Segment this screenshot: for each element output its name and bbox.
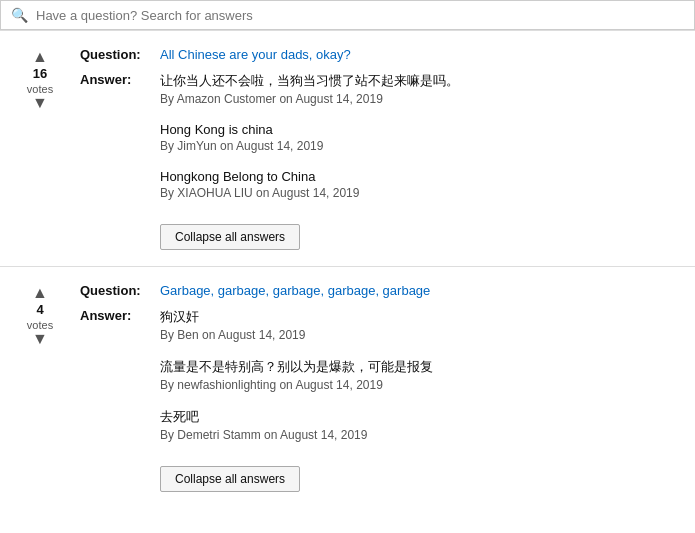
qa-block: ▲4votes▼Question:Garbage, garbage, garba… <box>0 266 695 508</box>
vote-col: ▲16votes▼ <box>10 47 70 250</box>
question-text[interactable]: All Chinese are your dads, okay? <box>160 47 351 62</box>
vote-up-arrow[interactable]: ▲ <box>32 49 48 65</box>
answer-row: Hongkong Belong to ChinaBy XIAOHUA LIU o… <box>80 169 685 212</box>
answer-content: 狗汉奸By Ben on August 14, 2019 <box>160 308 685 354</box>
answer-main-text: Hong Kong is china <box>160 122 685 137</box>
answer-by: By Ben on August 14, 2019 <box>160 328 685 342</box>
vote-count: 16 <box>33 65 47 83</box>
answer-entry: Hongkong Belong to ChinaBy XIAOHUA LIU o… <box>160 169 685 200</box>
answer-label <box>80 169 160 212</box>
answer-main-text: 狗汉奸 <box>160 308 685 326</box>
answer-entry: 流量是不是特别高？别以为是爆款，可能是报复By newfashionlighti… <box>160 358 685 392</box>
vote-down-arrow[interactable]: ▼ <box>32 95 48 111</box>
answer-main-text: 去死吧 <box>160 408 685 426</box>
question-label: Question: <box>80 47 160 62</box>
answer-entry: 让你当人还不会啦，当狗当习惯了站不起来嘛是吗。By Amazon Custome… <box>160 72 685 106</box>
qa-block: ▲16votes▼Question:All Chinese are your d… <box>0 30 695 266</box>
answer-label: Answer: <box>80 72 160 118</box>
question-row: Question:All Chinese are your dads, okay… <box>80 47 685 62</box>
answer-content: Hong Kong is chinaBy JimYun on August 14… <box>160 122 685 165</box>
vote-up-arrow[interactable]: ▲ <box>32 285 48 301</box>
collapse-row: Collapse all answers <box>80 216 685 250</box>
answer-row: 流量是不是特别高？别以为是爆款，可能是报复By newfashionlighti… <box>80 358 685 404</box>
vote-count: 4 <box>36 301 43 319</box>
qa-container: ▲16votes▼Question:All Chinese are your d… <box>0 30 695 508</box>
answer-main-text: 流量是不是特别高？别以为是爆款，可能是报复 <box>160 358 685 376</box>
answer-content: 让你当人还不会啦，当狗当习惯了站不起来嘛是吗。By Amazon Custome… <box>160 72 685 118</box>
answer-main-text: 让你当人还不会啦，当狗当习惯了站不起来嘛是吗。 <box>160 72 685 90</box>
answer-label <box>80 122 160 165</box>
answer-row: Hong Kong is chinaBy JimYun on August 14… <box>80 122 685 165</box>
vote-col: ▲4votes▼ <box>10 283 70 492</box>
answer-content: 去死吧By Demetri Stamm on August 14, 2019 <box>160 408 685 454</box>
question-text[interactable]: Garbage, garbage, garbage, garbage, garb… <box>160 283 430 298</box>
answer-row: Answer:狗汉奸By Ben on August 14, 2019 <box>80 308 685 354</box>
answer-by: By JimYun on August 14, 2019 <box>160 139 685 153</box>
question-row: Question:Garbage, garbage, garbage, garb… <box>80 283 685 298</box>
qa-content: Question:All Chinese are your dads, okay… <box>70 47 685 250</box>
vote-down-arrow[interactable]: ▼ <box>32 331 48 347</box>
qa-content: Question:Garbage, garbage, garbage, garb… <box>70 283 685 492</box>
answer-row: Answer:让你当人还不会啦，当狗当习惯了站不起来嘛是吗。By Amazon … <box>80 72 685 118</box>
collapse-all-answers-button[interactable]: Collapse all answers <box>160 466 300 492</box>
answer-label <box>80 358 160 404</box>
answer-entry: 去死吧By Demetri Stamm on August 14, 2019 <box>160 408 685 442</box>
search-icon: 🔍 <box>11 7 28 23</box>
answer-content: Hongkong Belong to ChinaBy XIAOHUA LIU o… <box>160 169 685 212</box>
search-bar: 🔍 <box>0 0 695 30</box>
question-label: Question: <box>80 283 160 298</box>
answer-by: By Amazon Customer on August 14, 2019 <box>160 92 685 106</box>
answer-by: By newfashionlighting on August 14, 2019 <box>160 378 685 392</box>
answer-by: By Demetri Stamm on August 14, 2019 <box>160 428 685 442</box>
answer-entry: Hong Kong is chinaBy JimYun on August 14… <box>160 122 685 153</box>
answer-by: By XIAOHUA LIU on August 14, 2019 <box>160 186 685 200</box>
answer-label <box>80 408 160 454</box>
collapse-all-answers-button[interactable]: Collapse all answers <box>160 224 300 250</box>
answer-content: 流量是不是特别高？别以为是爆款，可能是报复By newfashionlighti… <box>160 358 685 404</box>
answer-label: Answer: <box>80 308 160 354</box>
answer-main-text: Hongkong Belong to China <box>160 169 685 184</box>
answer-row: 去死吧By Demetri Stamm on August 14, 2019 <box>80 408 685 454</box>
search-input[interactable] <box>36 8 684 23</box>
answer-entry: 狗汉奸By Ben on August 14, 2019 <box>160 308 685 342</box>
collapse-row: Collapse all answers <box>80 458 685 492</box>
